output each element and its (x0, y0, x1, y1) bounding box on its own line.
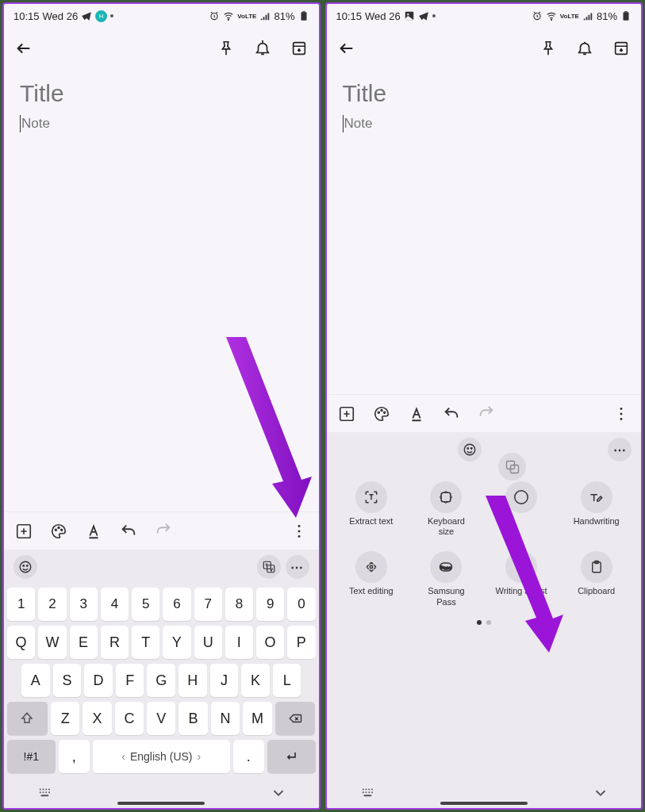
key-A[interactable]: A (21, 664, 50, 697)
key-D[interactable]: D (84, 664, 113, 697)
svg-point-42 (467, 448, 469, 450)
key-R[interactable]: R (101, 626, 129, 659)
key-W[interactable]: W (38, 626, 66, 659)
add-box-icon[interactable] (15, 523, 33, 540)
key-5[interactable]: 5 (132, 588, 159, 621)
key-P[interactable]: P (287, 626, 315, 659)
archive-icon[interactable] (612, 40, 630, 57)
more-vert-icon[interactable] (290, 523, 308, 540)
emoji-button[interactable] (458, 438, 482, 462)
pin-icon[interactable] (217, 40, 235, 57)
back-icon[interactable] (338, 40, 355, 57)
key-B[interactable]: B (179, 702, 207, 735)
feature-extract-text[interactable]: Extract text (335, 475, 409, 543)
svg-point-20 (48, 789, 50, 791)
page-dot-1[interactable] (477, 620, 482, 625)
redo-icon[interactable] (478, 404, 495, 421)
hide-keyboard-icon[interactable] (270, 784, 287, 802)
comma-key[interactable]: , (59, 740, 90, 773)
key-N[interactable]: N (211, 702, 240, 735)
alarm-icon (209, 10, 220, 21)
hide-keyboard-icon[interactable] (592, 784, 609, 802)
feature-empty[interactable] (485, 475, 559, 543)
key-J[interactable]: J (210, 664, 239, 697)
svg-point-41 (464, 444, 475, 455)
period-key[interactable]: . (233, 740, 264, 773)
feature-keyboard-size[interactable]: Keyboard size (409, 475, 483, 543)
note-input[interactable] (20, 115, 303, 132)
key-S[interactable]: S (53, 664, 82, 697)
keyboard-toggle-icon[interactable] (359, 786, 376, 800)
key-Y[interactable]: Y (163, 626, 190, 659)
key-V[interactable]: V (147, 702, 175, 735)
title-input[interactable] (20, 80, 303, 107)
space-key[interactable]: ‹ English (US) › (93, 740, 230, 773)
home-indicator[interactable] (440, 802, 528, 805)
key-F[interactable]: F (116, 664, 144, 697)
reminder-icon[interactable] (254, 40, 271, 57)
key-4[interactable]: 4 (101, 588, 129, 621)
keyboard-more-button[interactable]: ⋯ (608, 438, 632, 462)
reminder-icon[interactable] (576, 40, 593, 57)
feature-writing-assist[interactable]: Writing assist (485, 545, 559, 613)
key-7[interactable]: 7 (194, 588, 222, 621)
palette-icon[interactable] (373, 405, 390, 423)
key-3[interactable]: 3 (70, 588, 98, 621)
note-input[interactable] (343, 115, 626, 132)
svg-point-36 (381, 409, 382, 411)
back-icon[interactable] (15, 40, 33, 57)
palette-icon[interactable] (50, 523, 67, 540)
shift-key[interactable] (7, 702, 48, 735)
key-T[interactable]: T (132, 626, 159, 659)
svg-text:Pass: Pass (441, 565, 452, 570)
translate-button[interactable] (257, 555, 281, 579)
key-U[interactable]: U (194, 626, 222, 659)
key-X[interactable]: X (83, 702, 111, 735)
keyboard-toolbar: ⋯ (327, 432, 642, 467)
key-1[interactable]: 1 (7, 588, 35, 621)
key-9[interactable]: 9 (256, 588, 284, 621)
key-Z[interactable]: Z (51, 702, 79, 735)
more-vert-icon[interactable] (612, 405, 630, 423)
emoji-button[interactable] (13, 555, 37, 579)
enter-key[interactable] (267, 740, 316, 773)
key-E[interactable]: E (70, 626, 98, 659)
title-input[interactable] (343, 80, 626, 107)
home-indicator[interactable] (117, 802, 205, 805)
status-day: Wed 26 (43, 10, 79, 22)
undo-icon[interactable] (120, 523, 137, 540)
feature-text-editing[interactable]: Text editing (335, 545, 409, 613)
key-H[interactable]: H (179, 664, 207, 697)
key-2[interactable]: 2 (38, 588, 66, 621)
key-C[interactable]: C (115, 702, 144, 735)
svg-point-59 (368, 791, 370, 793)
feature-handwriting[interactable]: Handwriting (559, 475, 633, 543)
backspace-key[interactable] (275, 702, 316, 735)
text-format-icon[interactable] (408, 405, 425, 423)
key-O[interactable]: O (256, 626, 284, 659)
page-dot-2[interactable] (486, 620, 491, 625)
key-M[interactable]: M (243, 702, 271, 735)
key-I[interactable]: I (225, 626, 253, 659)
keyboard-more-button[interactable]: ⋯ (286, 555, 309, 579)
key-K[interactable]: K (241, 664, 270, 697)
symbols-key[interactable]: !#1 (7, 740, 56, 773)
key-L[interactable]: L (273, 664, 301, 697)
archive-icon[interactable] (290, 40, 308, 57)
redo-icon[interactable] (155, 521, 172, 538)
svg-rect-46 (442, 492, 451, 502)
note-area (4, 69, 319, 511)
feature-samsung-pass[interactable]: Pass Samsung Pass (409, 545, 483, 613)
svg-point-19 (45, 789, 47, 791)
text-format-icon[interactable] (85, 523, 102, 540)
key-G[interactable]: G (147, 664, 175, 697)
add-box-icon[interactable] (338, 405, 355, 423)
key-6[interactable]: 6 (163, 588, 190, 621)
key-0[interactable]: 0 (287, 588, 315, 621)
key-8[interactable]: 8 (225, 588, 253, 621)
key-Q[interactable]: Q (7, 626, 35, 659)
keyboard-toggle-icon[interactable] (36, 786, 53, 800)
undo-icon[interactable] (443, 405, 460, 423)
feature-clipboard[interactable]: Clipboard (559, 545, 633, 613)
pin-icon[interactable] (539, 40, 557, 57)
